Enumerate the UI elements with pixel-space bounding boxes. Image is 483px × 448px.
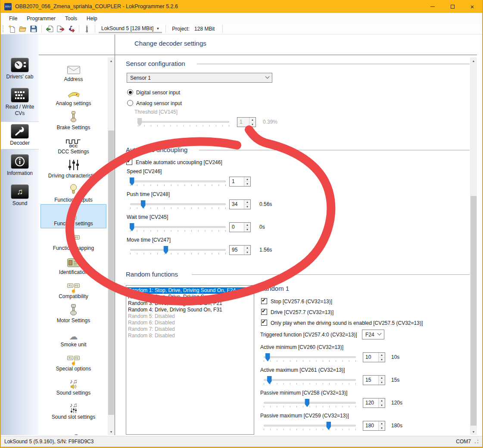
settings-nav-function-outputs[interactable]: Function outputs: [41, 180, 106, 204]
settings-nav-motor-settings[interactable]: Motor Settings: [41, 301, 106, 325]
spin-down-icon[interactable]: ▼: [379, 403, 385, 408]
settings-nav-driving-characteristics[interactable]: Driving characteristics: [41, 156, 106, 180]
threshold-slider[interactable]: [138, 121, 229, 127]
spin-down-icon[interactable]: ▼: [379, 426, 385, 430]
spin-up-icon[interactable]: ▲: [244, 200, 250, 205]
spin-down-icon[interactable]: ▼: [379, 358, 385, 362]
threshold-value[interactable]: 1: [237, 118, 249, 127]
random-list-item-7[interactable]: Random 7: Disabled: [126, 326, 254, 333]
random-list-item-3[interactable]: Random 3: Drive, Driving Sound On, F21: [126, 300, 254, 307]
sensor-select[interactable]: Sensor 1: [127, 73, 272, 83]
settings-nav-brake-settings[interactable]: Brake Settings: [41, 108, 106, 132]
settings-nav-special-options[interactable]: F1F2☝Special options: [41, 349, 106, 373]
random-list-item-2[interactable]: Random 2: Stop, Drive, Driving Sound On,…: [126, 294, 254, 300]
spin-up-icon[interactable]: ▲: [244, 246, 250, 250]
settings-nav-scrollbar[interactable]: ▲ ▼: [108, 57, 115, 435]
scroll-up-icon[interactable]: ▲: [470, 57, 477, 64]
push-time-slider[interactable]: [130, 203, 226, 209]
wait-time-slider[interactable]: [130, 226, 226, 232]
spin-down-icon[interactable]: ▼: [244, 227, 250, 232]
sidebar-item-sound[interactable]: ♫Sound: [1, 182, 39, 209]
scroll-down-icon[interactable]: ▼: [108, 428, 115, 435]
active-minimum-slider[interactable]: [264, 356, 356, 362]
wait-time-spinner[interactable]: 0▲▼: [229, 222, 251, 232]
random-list-item-5[interactable]: Random 5: Disabled: [126, 313, 254, 320]
move-time-spinner[interactable]: 95▲▼: [229, 245, 251, 255]
minimize-button[interactable]: [423, 0, 442, 13]
active-maximum-spinner[interactable]: 15▲▼: [363, 375, 385, 385]
digital-sensor-radio[interactable]: [127, 89, 133, 95]
spin-down-icon[interactable]: ▼: [244, 250, 250, 255]
analog-sensor-radio[interactable]: [127, 100, 133, 106]
spin-up-icon[interactable]: ▲: [379, 376, 385, 380]
settings-nav-compatibility[interactable]: F1F2☝Compatibility: [41, 277, 106, 301]
main-scrollbar[interactable]: ▲ ▼: [470, 57, 477, 435]
threshold-spinner[interactable]: 1▲▼: [237, 117, 256, 127]
settings-nav-function-mapping[interactable]: F1F2☝Function mapping: [41, 228, 106, 252]
spin-down-icon[interactable]: ▼: [244, 182, 250, 186]
speed-spinner[interactable]: 1▲▼: [229, 177, 251, 187]
spin-down-icon[interactable]: ▼: [249, 122, 256, 127]
active-maximum-slider[interactable]: [264, 379, 356, 385]
sidebar-item-read-write-cvs[interactable]: Read / Write CVs: [1, 86, 39, 119]
export-file-icon[interactable]: [56, 25, 65, 33]
menu-help[interactable]: Help: [82, 14, 102, 23]
enable-uncoupling-checkbox[interactable]: ✔: [126, 159, 132, 165]
passive-maximum-slider[interactable]: [264, 425, 356, 430]
scroll-down-icon[interactable]: ▼: [470, 428, 477, 435]
open-file-icon[interactable]: [19, 25, 27, 33]
menu-file[interactable]: File: [4, 14, 22, 23]
scrollbar-thumb[interactable]: [108, 131, 114, 415]
spin-down-icon[interactable]: ▼: [244, 205, 250, 209]
random-list-item-8[interactable]: Random 8: Disabled: [126, 333, 254, 339]
sidebar-item-information[interactable]: Information: [1, 152, 39, 179]
spin-up-icon[interactable]: ▲: [244, 223, 250, 227]
spin-up-icon[interactable]: ▲: [244, 177, 250, 182]
maximize-button[interactable]: [442, 0, 462, 13]
settings-nav-dcc-settings[interactable]: DCCDCC Settings: [41, 132, 106, 156]
spin-up-icon[interactable]: ▲: [379, 353, 385, 358]
programmer-device-icon[interactable]: [83, 25, 91, 33]
drive-checkbox[interactable]: ✔: [261, 309, 267, 315]
new-file-icon[interactable]: [8, 25, 16, 33]
settings-nav-identification[interactable]: Identification: [41, 252, 106, 277]
triggered-function-select[interactable]: F24: [362, 330, 384, 339]
passive-minimum-slider[interactable]: [264, 402, 356, 408]
settings-nav-analog-settings[interactable]: Analog settings: [41, 84, 106, 108]
scroll-up-icon[interactable]: ▲: [108, 57, 115, 64]
spin-up-icon[interactable]: ▲: [379, 398, 385, 403]
only-play-checkbox[interactable]: ✔: [261, 320, 267, 326]
settings-nav-address[interactable]: Address: [41, 59, 106, 84]
passive-minimum-value[interactable]: 120: [363, 398, 378, 408]
push-time-value[interactable]: 34: [230, 200, 244, 209]
close-button[interactable]: ×: [462, 0, 482, 13]
active-minimum-value[interactable]: 10: [363, 353, 378, 362]
random-list-item-6[interactable]: Random 6: Disabled: [126, 320, 254, 326]
spin-down-icon[interactable]: ▼: [379, 380, 385, 385]
spin-up-icon[interactable]: ▲: [379, 421, 385, 426]
stop-checkbox[interactable]: ✔: [261, 298, 267, 304]
move-time-slider[interactable]: [130, 249, 226, 255]
settings-nav-sound-settings[interactable]: ♪♫Sound settings: [41, 373, 106, 397]
menu-tools[interactable]: Tools: [60, 14, 82, 23]
passive-maximum-spinner[interactable]: 180▲▼: [363, 421, 385, 431]
settings-nav-function-settings[interactable]: F2Function settings: [41, 204, 106, 228]
scrollbar-thumb[interactable]: [471, 196, 477, 426]
save-file-icon[interactable]: [29, 25, 38, 33]
settings-nav-sound-slot-settings[interactable]: ♪♫Sound slot settings: [41, 397, 106, 421]
random-list-item-1[interactable]: Random 1: Stop, Drive, Driving Sound On,…: [126, 287, 254, 294]
decoder-type-dropdown[interactable]: LokSound 5 [128 MBit] ▼: [99, 25, 162, 33]
export-sound-icon[interactable]: [67, 25, 75, 33]
import-file-icon[interactable]: [45, 25, 54, 33]
speed-slider[interactable]: [130, 180, 226, 186]
push-time-spinner[interactable]: 34▲▼: [229, 199, 251, 209]
active-minimum-spinner[interactable]: 10▲▼: [363, 352, 385, 362]
move-time-value[interactable]: 95: [230, 246, 244, 255]
spin-up-icon[interactable]: ▲: [249, 118, 256, 122]
wait-time-value[interactable]: 0: [230, 223, 244, 232]
active-maximum-value[interactable]: 15: [363, 376, 378, 385]
sidebar-item-decoder[interactable]: Decoder: [1, 121, 39, 149]
passive-maximum-value[interactable]: 180: [363, 421, 378, 430]
sidebar-item-drivers-cab[interactable]: Drivers' cab: [1, 56, 39, 82]
menu-programmer[interactable]: Programmer: [22, 14, 60, 23]
